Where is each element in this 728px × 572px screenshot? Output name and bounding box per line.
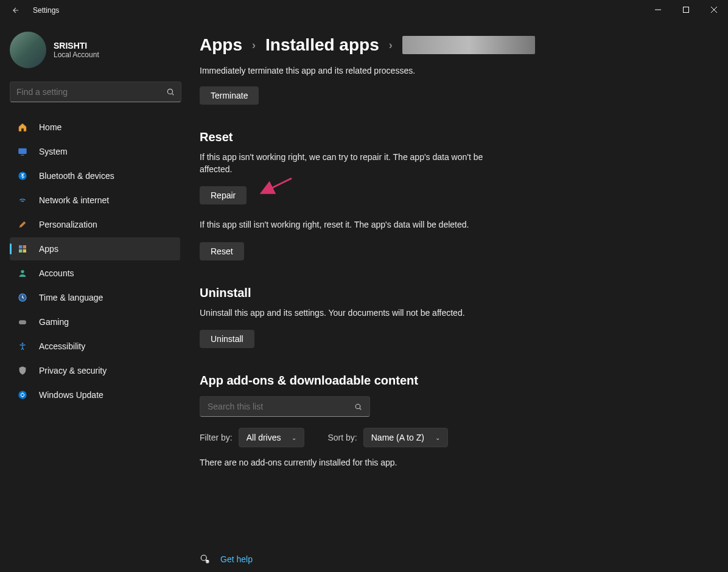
accessibility-icon (17, 341, 28, 352)
help-icon: ? (200, 554, 211, 565)
sidebar-item-label: Personalization (39, 220, 97, 229)
clock-icon (17, 292, 28, 303)
search-icon (354, 403, 362, 411)
sort-dropdown[interactable]: Name (A to Z) ⌄ (363, 428, 448, 447)
addons-title: App add-ons & downloadable content (200, 374, 728, 388)
bluetooth-icon (17, 170, 28, 181)
svg-point-13 (21, 270, 24, 273)
sidebar-item-network[interactable]: Network & internet (10, 189, 180, 212)
chevron-right-icon: › (389, 39, 393, 52)
svg-line-5 (172, 94, 174, 96)
uninstall-button[interactable]: Uninstall (200, 330, 254, 348)
reset-desc: If this app still isn't working right, r… (200, 219, 504, 231)
svg-rect-1 (684, 7, 689, 13)
maximize-button[interactable] (672, 0, 700, 19)
sidebar-item-label: Time & language (39, 293, 103, 302)
sidebar-item-label: Windows Update (39, 390, 103, 400)
close-icon (711, 7, 717, 13)
svg-point-4 (167, 89, 172, 94)
reset-section: Reset If this app isn't working right, w… (200, 130, 728, 260)
sidebar-item-privacy[interactable]: Privacy & security (10, 359, 180, 382)
sidebar-item-label: Privacy & security (39, 366, 107, 375)
uninstall-section: Uninstall Uninstall this app and its set… (200, 286, 728, 349)
search-icon (166, 88, 175, 96)
addons-empty: There are no add-ons currently installed… (200, 457, 504, 469)
get-help-label: Get help (220, 554, 253, 564)
close-button[interactable] (700, 0, 728, 19)
sidebar-item-label: Bluetooth & devices (39, 171, 114, 181)
minimize-button[interactable] (644, 0, 672, 19)
sidebar-item-personalization[interactable]: Personalization (10, 213, 180, 236)
repair-desc: If this app isn't working right, we can … (200, 152, 504, 175)
chevron-down-icon: ⌄ (435, 434, 440, 441)
reset-title: Reset (200, 130, 728, 144)
filter-value: All drives (247, 433, 281, 442)
svg-rect-9 (19, 245, 22, 248)
reset-button[interactable]: Reset (200, 242, 244, 260)
breadcrumb: Apps › Installed apps › (200, 35, 728, 55)
svg-rect-12 (23, 249, 26, 253)
sidebar-item-system[interactable]: System (10, 140, 180, 163)
back-button[interactable] (10, 4, 22, 16)
home-icon (17, 122, 28, 133)
sidebar-item-update[interactable]: Windows Update (10, 383, 180, 406)
svg-rect-6 (18, 148, 26, 154)
sidebar-item-home[interactable]: Home (10, 116, 180, 139)
svg-line-20 (360, 408, 361, 410)
maximize-icon (683, 7, 689, 13)
sidebar-item-label: Gaming (39, 317, 69, 327)
window-title: Settings (33, 6, 59, 15)
svg-rect-15 (19, 320, 26, 324)
sidebar-item-bluetooth[interactable]: Bluetooth & devices (10, 164, 180, 187)
sidebar-item-label: Accounts (39, 268, 74, 278)
sidebar-item-time[interactable]: Time & language (10, 286, 180, 309)
sidebar-search[interactable] (10, 82, 181, 102)
sidebar-item-gaming[interactable]: Gaming (10, 310, 180, 333)
addons-section: App add-ons & downloadable content Filte… (200, 374, 728, 469)
gamepad-icon (17, 316, 28, 327)
chevron-right-icon: › (252, 39, 256, 52)
sidebar-item-label: System (39, 147, 68, 156)
chevron-down-icon: ⌄ (292, 434, 296, 441)
get-help-link[interactable]: ? Get help (200, 554, 253, 565)
sidebar-item-label: Network & internet (39, 195, 109, 205)
minimize-icon (655, 7, 661, 13)
nav-list: Home System Bluetooth & devices Network … (10, 116, 180, 406)
addons-search-input[interactable] (208, 402, 354, 411)
svg-rect-7 (21, 155, 24, 155)
sidebar: SRISHTI Local Account Home System Blueto… (0, 21, 189, 572)
search-input[interactable] (16, 87, 166, 97)
terminate-button[interactable]: Terminate (200, 86, 259, 105)
brush-icon (17, 219, 28, 230)
sidebar-item-accounts[interactable]: Accounts (10, 262, 180, 285)
person-icon (17, 268, 28, 279)
arrow-left-icon (12, 6, 20, 15)
svg-rect-11 (19, 249, 22, 253)
repair-button[interactable]: Repair (200, 186, 247, 204)
profile-block[interactable]: SRISHTI Local Account (10, 32, 180, 68)
uninstall-title: Uninstall (200, 286, 728, 300)
svg-rect-10 (23, 245, 26, 248)
uninstall-desc: Uninstall this app and its settings. You… (200, 307, 504, 319)
breadcrumb-installed[interactable]: Installed apps (265, 35, 379, 55)
update-icon (17, 389, 28, 400)
sidebar-item-label: Apps (39, 244, 58, 254)
sidebar-item-label: Accessibility (39, 341, 85, 351)
addons-search-box[interactable] (200, 396, 370, 417)
svg-point-16 (22, 343, 24, 344)
filter-dropdown[interactable]: All drives ⌄ (239, 428, 305, 447)
profile-name: SRISHTI (54, 41, 99, 51)
sort-value: Name (A to Z) (371, 433, 424, 442)
apps-icon (17, 243, 28, 254)
sidebar-item-apps[interactable]: Apps (10, 237, 180, 260)
sidebar-item-accessibility[interactable]: Accessibility (10, 335, 180, 358)
filter-row: Filter by: All drives ⌄ Sort by: Name (A… (200, 428, 728, 447)
system-icon (17, 146, 28, 157)
sort-label: Sort by: (327, 433, 357, 442)
avatar (10, 32, 46, 68)
breadcrumb-apps[interactable]: Apps (200, 35, 242, 55)
annotation-arrow-icon (258, 175, 295, 200)
terminate-desc: Immediately terminate this app and its r… (200, 66, 728, 75)
shield-icon (17, 365, 28, 376)
svg-line-18 (263, 178, 292, 192)
